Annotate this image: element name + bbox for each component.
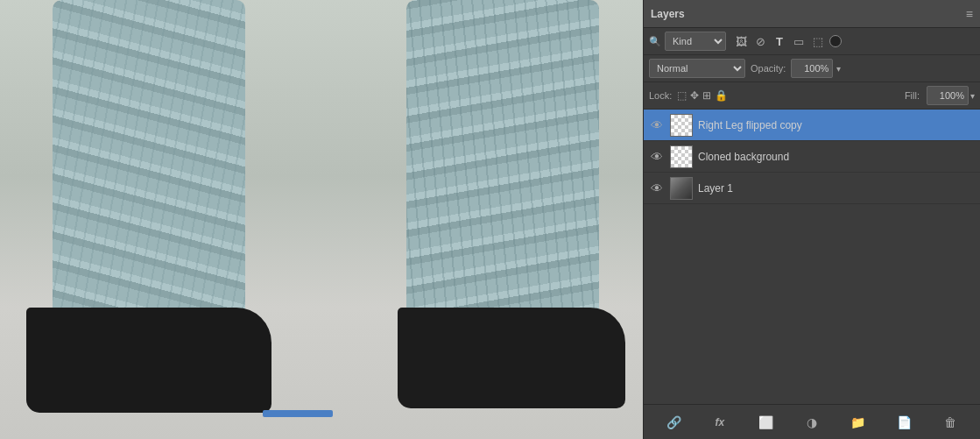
lock-move-icon[interactable]: ✥	[690, 89, 699, 102]
scene	[0, 0, 643, 439]
filter-smart-icon[interactable]: ⬚	[810, 33, 826, 49]
layers-list: 👁 Right Leg flipped copy 👁 Cloned backgr…	[644, 110, 980, 404]
lock-row: Lock: ⬚ ✥ ⊞ 🔒 Fill: ▾	[644, 82, 980, 110]
layer-thumbnail	[670, 145, 693, 168]
lock-all-icon[interactable]: 🔒	[715, 89, 728, 102]
filter-pixel-icon[interactable]	[829, 35, 842, 47]
fx-icon[interactable]: fx	[709, 412, 730, 433]
layer-thumbnail	[670, 177, 693, 200]
layers-panel: Layers ≡ 🔍 Kind 🖼 ⊘ T ▭ ⬚ Normal Multipl…	[643, 0, 980, 439]
lock-artboard-icon[interactable]: ⊞	[702, 89, 711, 102]
link-layers-icon[interactable]: 🔗	[663, 412, 684, 433]
kind-select[interactable]: Kind	[665, 32, 726, 51]
adjustment-layer-icon[interactable]: ◑	[801, 412, 822, 433]
leg-left	[53, 0, 245, 333]
fill-dropdown-arrow[interactable]: ▾	[970, 91, 975, 101]
fill-input[interactable]	[927, 86, 969, 105]
layer-visibility-icon[interactable]: 👁	[649, 150, 665, 164]
leg-right	[406, 0, 599, 324]
new-group-icon[interactable]: 📁	[848, 412, 869, 433]
new-layer-icon[interactable]: 📄	[893, 412, 914, 433]
panel-title: Layers	[651, 8, 685, 20]
opacity-input[interactable]	[791, 59, 833, 78]
lock-label: Lock:	[649, 90, 672, 101]
panel-header: Layers ≡	[644, 0, 980, 28]
lock-transparent-icon[interactable]: ⬚	[677, 89, 687, 102]
filter-text-icon[interactable]: T	[772, 33, 787, 49]
add-mask-icon[interactable]: ⬜	[755, 412, 776, 433]
layer-name: Right Leg flipped copy	[698, 119, 975, 131]
layer-item[interactable]: 👁 Layer 1	[644, 173, 980, 204]
opacity-label: Opacity:	[751, 63, 786, 74]
blend-mode-row: Normal Multiply Screen Overlay Opacity: …	[644, 55, 980, 82]
opacity-dropdown-arrow[interactable]: ▾	[836, 64, 841, 74]
panel-menu-icon[interactable]: ≡	[966, 7, 973, 21]
filter-circle-icon[interactable]: ⊘	[752, 33, 768, 49]
layer-name: Cloned background	[698, 151, 975, 163]
filter-image-icon[interactable]: 🖼	[733, 33, 749, 49]
canvas-area	[0, 0, 643, 439]
filter-kind-row: 🔍 Kind 🖼 ⊘ T ▭ ⬚	[644, 28, 980, 55]
fill-label: Fill:	[905, 90, 920, 101]
filter-shape-icon[interactable]: ▭	[791, 33, 807, 49]
layer-item[interactable]: 👁 Right Leg flipped copy	[644, 110, 980, 141]
filter-icons: 🖼 ⊘ T ▭ ⬚	[733, 33, 842, 49]
layer-item[interactable]: 👁 Cloned background	[644, 141, 980, 173]
delete-layer-icon[interactable]: 🗑	[940, 412, 961, 433]
shoe-right	[398, 308, 625, 408]
layer-name: Layer 1	[698, 182, 975, 195]
shoe-left	[26, 308, 271, 413]
blend-mode-select[interactable]: Normal Multiply Screen Overlay	[649, 59, 745, 78]
bottom-toolbar: 🔗 fx ⬜ ◑ 📁 📄 🗑	[644, 404, 980, 439]
layer-thumbnail	[670, 114, 693, 137]
layer-visibility-icon[interactable]: 👁	[649, 118, 665, 132]
layer-visibility-icon[interactable]: 👁	[649, 181, 665, 195]
blue-rect	[263, 410, 333, 417]
search-icon: 🔍	[649, 36, 661, 47]
